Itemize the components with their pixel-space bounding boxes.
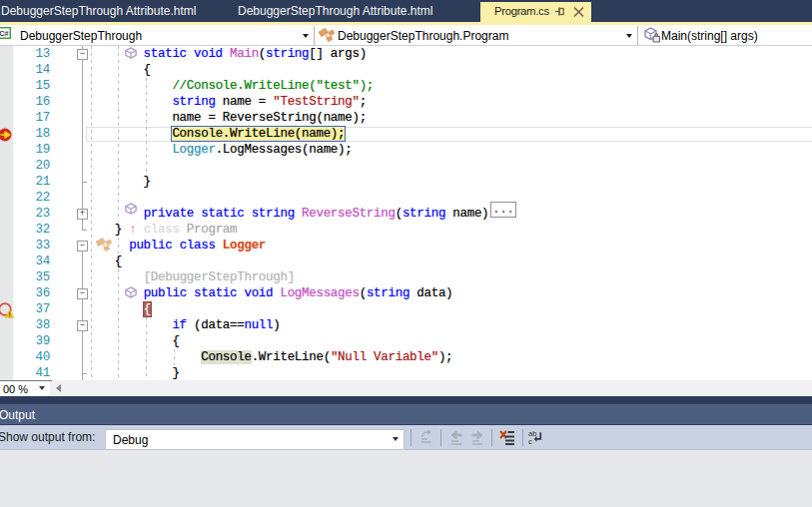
svg-text:C#: C# bbox=[0, 29, 9, 38]
svg-text:c: c bbox=[528, 437, 532, 445]
